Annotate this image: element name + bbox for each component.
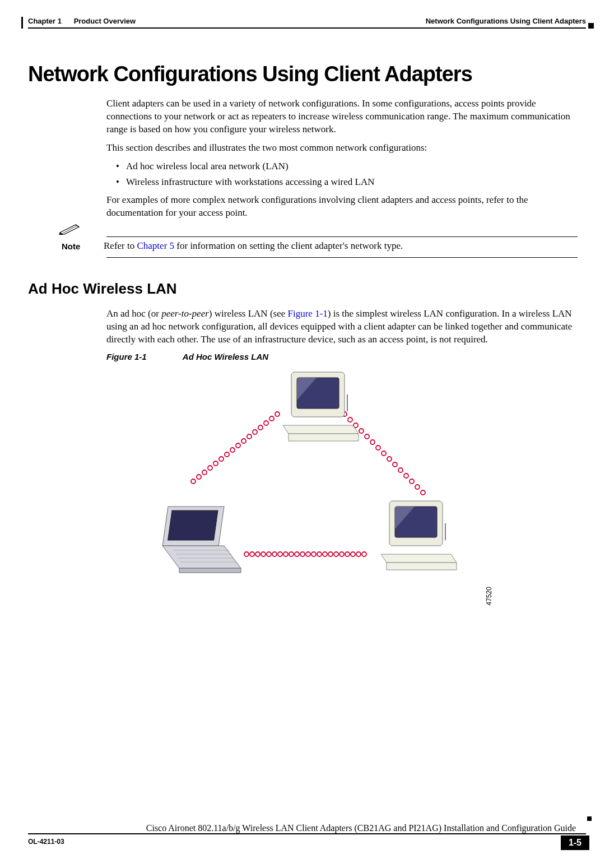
svg-point-24 bbox=[382, 451, 386, 456]
figure-image-id: 47520 bbox=[485, 587, 493, 605]
list-item: • Ad hoc wireless local area network (LA… bbox=[116, 160, 578, 173]
svg-point-47 bbox=[328, 552, 333, 556]
svg-point-33 bbox=[250, 552, 254, 556]
svg-point-51 bbox=[351, 552, 355, 556]
svg-point-29 bbox=[410, 479, 414, 484]
svg-point-32 bbox=[244, 552, 249, 556]
note-block: Note Refer to Chapter 5 for information … bbox=[62, 236, 578, 258]
svg-point-20 bbox=[359, 429, 364, 433]
svg-point-25 bbox=[387, 457, 392, 461]
header-left: Chapter 1 Product Overview bbox=[28, 17, 136, 25]
svg-point-34 bbox=[255, 552, 260, 556]
chapter-number: Chapter 1 bbox=[28, 17, 62, 25]
desktop-pc-right-icon bbox=[381, 501, 457, 570]
intro-paragraph-3: For examples of more complex network con… bbox=[106, 194, 578, 220]
svg-point-38 bbox=[278, 552, 282, 556]
note-text-after: for information on setting the client ad… bbox=[174, 240, 403, 251]
svg-point-31 bbox=[421, 490, 425, 495]
svg-point-45 bbox=[317, 552, 322, 556]
header-marker-icon bbox=[588, 23, 594, 29]
note-text: Refer to Chapter 5 for information on se… bbox=[104, 240, 403, 252]
svg-point-30 bbox=[415, 485, 420, 489]
svg-point-39 bbox=[283, 552, 288, 556]
adhoc-diagram-svg bbox=[140, 369, 487, 605]
figure-diagram: 47520 bbox=[140, 369, 487, 605]
svg-point-28 bbox=[404, 474, 408, 478]
svg-point-23 bbox=[376, 445, 380, 450]
chapter-5-link[interactable]: Chapter 5 bbox=[137, 240, 174, 251]
svg-point-27 bbox=[398, 468, 403, 472]
figure-caption: Figure 1-1 Ad Hoc Wireless LAN bbox=[106, 352, 586, 361]
subsection-title: Ad Hoc Wireless LAN bbox=[28, 280, 586, 298]
bullet-text-1: Ad hoc wireless local area network (LAN) bbox=[126, 160, 289, 173]
svg-point-43 bbox=[306, 552, 310, 556]
svg-point-52 bbox=[356, 552, 361, 556]
figure-number: Figure 1-1 bbox=[106, 352, 180, 361]
adhoc-paragraph: An ad hoc (or peer-to-peer) wireless LAN… bbox=[106, 308, 578, 346]
page-header: Chapter 1 Product Overview Network Confi… bbox=[28, 17, 586, 29]
adhoc-italic: peer-to-peer bbox=[161, 308, 209, 319]
svg-point-21 bbox=[365, 434, 369, 439]
wireless-link-left bbox=[191, 412, 280, 484]
svg-point-40 bbox=[289, 552, 294, 556]
svg-point-36 bbox=[267, 552, 271, 556]
svg-point-42 bbox=[300, 552, 305, 556]
section-title: Network Configurations Using Client Adap… bbox=[28, 62, 586, 86]
intro-paragraph-2: This section describes and illustrates t… bbox=[106, 142, 578, 155]
svg-point-26 bbox=[393, 462, 397, 467]
pencil-icon bbox=[59, 222, 83, 235]
footer-marker-icon bbox=[587, 816, 592, 821]
laptop-icon bbox=[162, 507, 241, 573]
bullet-icon: • bbox=[116, 160, 119, 173]
adhoc-text-b: ) wireless LAN (see bbox=[209, 308, 288, 319]
page-footer: Cisco Aironet 802.11a/b/g Wireless LAN C… bbox=[28, 822, 586, 846]
adhoc-text-a: An ad hoc (or bbox=[106, 308, 161, 319]
desktop-pc-top-icon bbox=[283, 372, 359, 441]
svg-point-50 bbox=[345, 552, 350, 556]
page-number: 1-5 bbox=[561, 835, 589, 850]
svg-point-53 bbox=[362, 552, 366, 556]
note-label-text: Note bbox=[62, 242, 80, 251]
figure-1-1-link[interactable]: Figure 1-1 bbox=[288, 308, 328, 319]
svg-point-48 bbox=[334, 552, 338, 556]
note-label: Note bbox=[62, 240, 87, 251]
svg-point-49 bbox=[339, 552, 344, 556]
svg-point-37 bbox=[272, 552, 277, 556]
wireless-link-bottom bbox=[244, 552, 366, 556]
note-text-before: Refer to bbox=[104, 240, 137, 251]
svg-point-35 bbox=[261, 552, 266, 556]
intro-paragraph-1: Client adapters can be used in a variety… bbox=[106, 98, 578, 136]
header-section: Network Configurations Using Client Adap… bbox=[426, 17, 586, 25]
bullet-icon: • bbox=[116, 176, 119, 188]
footer-guide-title: Cisco Aironet 802.11a/b/g Wireless LAN C… bbox=[28, 822, 586, 833]
figure-title: Ad Hoc Wireless LAN bbox=[183, 352, 268, 361]
header-right: Network Configurations Using Client Adap… bbox=[426, 17, 586, 25]
svg-point-18 bbox=[348, 417, 352, 422]
note-rule-bottom bbox=[106, 257, 578, 258]
bullet-text-2: Wireless infrastructure with workstation… bbox=[126, 176, 375, 188]
svg-point-44 bbox=[311, 552, 316, 556]
wireless-link-right bbox=[342, 412, 425, 495]
svg-point-22 bbox=[370, 440, 375, 444]
svg-point-41 bbox=[295, 552, 299, 556]
footer-doc-number: OL-4211-03 bbox=[28, 834, 64, 846]
svg-point-46 bbox=[323, 552, 327, 556]
config-list: • Ad hoc wireless local area network (LA… bbox=[116, 160, 578, 188]
list-item: • Wireless infrastructure with workstati… bbox=[116, 176, 578, 188]
chapter-title: Product Overview bbox=[74, 17, 136, 25]
